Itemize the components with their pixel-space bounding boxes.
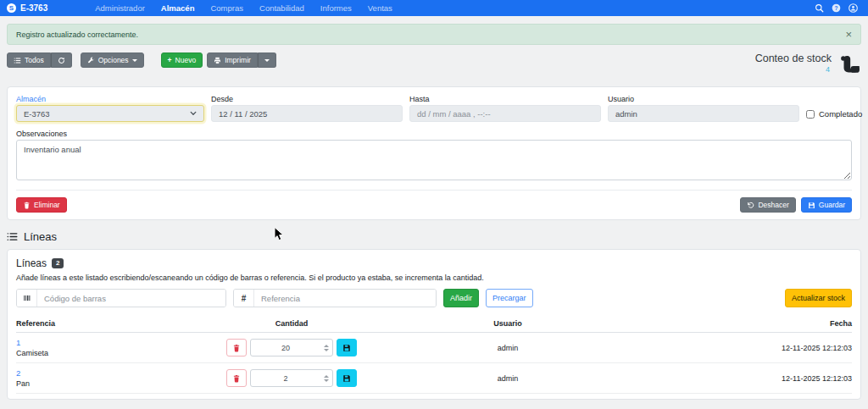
nuevo-label: Nuevo: [175, 56, 197, 64]
actualizar-stock-label: Actualizar stock: [792, 294, 845, 302]
observaciones-textarea[interactable]: Inventario anual: [16, 140, 852, 180]
anadir-label: Añadir: [450, 294, 472, 302]
imprimir-group: Imprimir: [207, 53, 276, 68]
col-usuario: Usuario: [364, 316, 652, 333]
deshacer-button[interactable]: Deshacer: [740, 197, 795, 213]
main-menu: Administrador Almacén Compras Contabilid…: [95, 3, 392, 13]
precargar-button[interactable]: Precargar: [486, 289, 533, 307]
hasta-label: Hasta: [409, 95, 601, 103]
nav-item-administrador[interactable]: Administrador: [95, 3, 145, 13]
product-name: Camiseta: [16, 349, 220, 357]
svg-text:?: ?: [835, 5, 838, 11]
save-line-button[interactable]: [337, 339, 357, 356]
trash-icon: [23, 202, 31, 209]
lines-description: Añade líneas a este listado escribiendo/…: [16, 274, 852, 282]
quantity-stepper[interactable]: [324, 369, 329, 387]
search-icon[interactable]: [815, 3, 824, 13]
imprimir-button[interactable]: Imprimir: [207, 53, 258, 68]
success-alert: Registro actualizado correctamente. ×: [7, 24, 861, 45]
delete-line-button[interactable]: [226, 339, 247, 356]
nav-item-contabilidad[interactable]: Contabilidad: [259, 3, 304, 13]
barcode-input-group: [16, 289, 226, 307]
save-icon: [342, 374, 351, 383]
opciones-label: Opciones: [98, 56, 129, 64]
brand[interactable]: S E-3763: [7, 3, 47, 13]
nav-item-informes[interactable]: Informes: [320, 3, 352, 13]
alert-close-icon[interactable]: ×: [845, 29, 852, 40]
list-icon: [14, 57, 21, 64]
desde-input[interactable]: [211, 105, 403, 122]
guardar-button[interactable]: Guardar: [801, 197, 852, 213]
almacen-select[interactable]: E-3763: [16, 105, 204, 122]
product-name: Pan: [16, 379, 220, 388]
imprimir-dropdown-button[interactable]: [258, 53, 276, 68]
completado-label: Completado: [819, 109, 862, 119]
guardar-label: Guardar: [819, 201, 845, 209]
reference-input-group: #: [233, 289, 437, 307]
quantity-stepper[interactable]: [324, 339, 329, 356]
user-icon[interactable]: [849, 3, 858, 13]
nuevo-button[interactable]: + Nuevo: [161, 53, 203, 68]
nav-item-compras[interactable]: Compras: [210, 3, 243, 13]
printer-icon: [214, 57, 221, 64]
col-referencia: Referencia: [16, 316, 220, 333]
stock-count-form-card: Almacén E-3763 Desde Hasta Usuario Compl…: [7, 86, 861, 220]
usuario-label: Usuario: [608, 95, 799, 103]
imprimir-label: Imprimir: [225, 56, 251, 64]
lines-section-heading: Líneas: [7, 230, 861, 243]
help-icon[interactable]: ?: [832, 3, 841, 13]
line-date: 12-11-2025 12:12:03: [652, 363, 852, 394]
hasta-input[interactable]: [409, 105, 601, 122]
quantity-input[interactable]: [250, 369, 333, 387]
todos-label: Todos: [25, 56, 44, 64]
desde-label: Desde: [211, 95, 403, 103]
usuario-input[interactable]: [608, 105, 799, 122]
trash-icon: [232, 374, 241, 383]
save-line-button[interactable]: [337, 369, 357, 387]
wrench-icon: [87, 57, 95, 64]
lines-count-badge: 2: [52, 258, 64, 268]
eliminar-button[interactable]: Eliminar: [16, 197, 67, 213]
completado-checkbox[interactable]: [806, 110, 815, 119]
top-navbar: S E-3763 Administrador Almacén Compras C…: [0, 0, 868, 16]
trash-icon: [232, 344, 241, 352]
lines-card-title: Líneas: [16, 257, 47, 269]
col-fecha: Fecha: [652, 316, 852, 333]
almacen-selected-value: E-3763: [24, 109, 50, 119]
deshacer-label: Deshacer: [758, 201, 788, 209]
reference-input[interactable]: [254, 290, 436, 307]
reference-link[interactable]: 2: [16, 368, 220, 378]
todos-button[interactable]: Todos: [7, 53, 51, 68]
page-title: Conteo de stock: [755, 53, 832, 64]
line-user: admin: [364, 333, 652, 363]
actualizar-stock-button[interactable]: Actualizar stock: [785, 289, 852, 307]
quantity-input[interactable]: [250, 339, 333, 356]
nav-item-almacen[interactable]: Almacén: [161, 3, 195, 13]
save-icon: [808, 202, 815, 209]
col-cantidad: Cantidad: [220, 316, 364, 333]
anadir-button[interactable]: Añadir: [443, 289, 479, 307]
app-logo-icon: S: [7, 3, 16, 13]
toolbar: Todos Opciones + Nuevo Imprimir Conteo d…: [7, 53, 861, 75]
opciones-button[interactable]: Opciones: [81, 53, 144, 68]
refresh-button[interactable]: [51, 53, 72, 68]
reference-link[interactable]: 1: [16, 338, 220, 347]
save-icon: [342, 344, 351, 352]
chevron-down-icon: [190, 111, 197, 116]
almacen-label[interactable]: Almacén: [16, 95, 204, 103]
barcode-icon: [17, 290, 37, 307]
hash-icon: #: [234, 290, 254, 307]
list-actions-group: Todos: [7, 53, 72, 68]
delete-line-button[interactable]: [226, 369, 247, 387]
alert-message: Registro actualizado correctamente.: [16, 30, 138, 39]
navbar-icons: ?: [815, 3, 861, 13]
eliminar-label: Eliminar: [34, 201, 60, 209]
barcode-input[interactable]: [37, 290, 225, 307]
nav-item-ventas[interactable]: Ventas: [368, 3, 392, 13]
lines-section-title: Líneas: [24, 230, 57, 243]
table-row: 2 Pan: [16, 363, 852, 394]
record-count: 4: [755, 65, 832, 74]
plus-icon: +: [168, 56, 172, 64]
table-row: 1 Camiseta: [16, 333, 852, 363]
lines-table: Referencia Cantidad Usuario Fecha 1 Cami…: [16, 316, 852, 394]
